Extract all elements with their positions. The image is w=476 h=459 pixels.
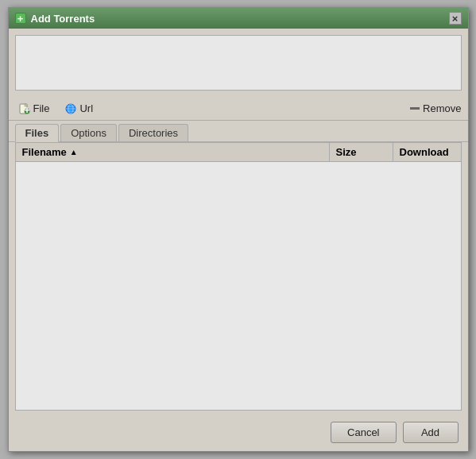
dialog-title: Add Torrents — [31, 13, 95, 25]
table-header: Filename ▲ Size Download — [16, 143, 461, 162]
close-button[interactable]: × — [449, 12, 462, 25]
col-filename-header[interactable]: Filename ▲ — [16, 143, 330, 161]
url-button-label: Url — [79, 102, 93, 114]
torrent-input-area[interactable] — [15, 35, 462, 91]
remove-icon — [410, 107, 420, 110]
bottom-bar: Cancel Add — [9, 417, 468, 451]
col-download-header[interactable]: Download — [393, 143, 461, 161]
add-button[interactable]: Add — [403, 422, 459, 443]
title-bar: + Add Torrents × — [9, 8, 468, 29]
remove-button[interactable]: Remove — [410, 102, 461, 114]
tab-directories[interactable]: Directories — [118, 124, 188, 141]
col-size-header[interactable]: Size — [330, 143, 393, 161]
svg-text:+: + — [24, 104, 30, 114]
table-body — [16, 162, 461, 410]
tab-options[interactable]: Options — [60, 124, 117, 141]
remove-button-label: Remove — [423, 102, 461, 114]
add-torrent-title-icon: + — [15, 13, 26, 24]
tab-files[interactable]: Files — [15, 124, 60, 142]
file-icon: + — [19, 103, 30, 114]
title-bar-left: + Add Torrents — [15, 13, 95, 25]
tabs-row: Files Options Directories — [9, 121, 468, 142]
url-button[interactable]: Url — [61, 100, 97, 117]
globe-icon — [65, 103, 76, 114]
file-button-label: File — [33, 102, 50, 114]
files-table: Filename ▲ Size Download — [15, 142, 462, 411]
sort-arrow-icon: ▲ — [70, 148, 78, 156]
add-torrents-dialog: + Add Torrents × + File — [8, 7, 469, 452]
file-button[interactable]: + File — [15, 100, 54, 117]
toolbar: + File Url Remove — [9, 97, 468, 121]
toolbar-left: + File Url — [15, 100, 98, 117]
cancel-button[interactable]: Cancel — [331, 422, 396, 443]
